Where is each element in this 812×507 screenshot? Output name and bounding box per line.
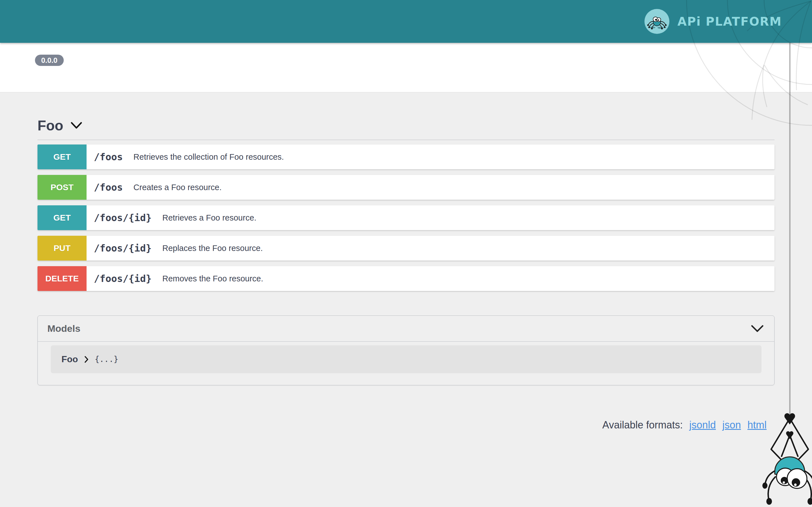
chevron-right-icon [84,356,89,363]
operation-row[interactable]: GET /foos Retrieves the collection of Fo… [38,145,774,169]
operation-row[interactable]: GET /foos/{id} Retrieves a Foo resource. [38,205,774,230]
version-badge: 0.0.0 [35,55,64,66]
method-badge: DELETE [38,266,87,291]
operation-path: /foos [94,151,123,163]
operation-description: Creates a Foo resource. [133,183,221,192]
logo-text: APi PLATFORM [677,15,782,29]
models-title: Models [47,323,80,334]
model-row-foo[interactable]: Foo {...} [51,345,762,373]
operation-path: /foos [94,182,123,193]
method-badge: GET [38,145,87,169]
formats-label: Available formats: [602,419,682,431]
chevron-down-icon [71,122,82,129]
operation-description: Removes the Foo resource. [162,274,263,283]
method-badge: PUT [38,236,87,261]
api-platform-logo[interactable]: APi PLATFORM [644,8,782,35]
operation-path: /foos/{id} [94,212,152,223]
operation-row[interactable]: PUT /foos/{id} Replaces the Foo resource… [38,236,774,261]
models-header[interactable]: Models [38,316,774,342]
operation-description: Replaces the Foo resource. [162,244,263,253]
operations-list: GET /foos Retrieves the collection of Fo… [38,145,774,291]
operation-description: Retrieves a Foo resource. [162,213,257,223]
operation-path: /foos/{id} [94,273,152,284]
models-body: Foo {...} [38,342,774,385]
model-preview: {...} [95,355,118,364]
available-formats: Available formats: jsonld json html [38,419,774,431]
main-content: Foo GET /foos Retrieves the collection o… [0,93,812,431]
format-link-html[interactable]: html [748,419,767,431]
format-link-json[interactable]: json [722,419,741,431]
method-badge: GET [38,205,87,230]
chevron-down-icon [751,325,763,332]
operation-description: Retrieves the collection of Foo resource… [133,152,284,162]
format-link-jsonld[interactable]: jsonld [689,419,716,431]
model-name: Foo [61,354,78,364]
tag-section-header-foo[interactable]: Foo [38,117,774,134]
top-bar: APi PLATFORM [0,0,812,43]
info-bar: 0.0.0 [0,43,812,93]
spider-mascot-icon [644,8,670,35]
operation-row[interactable]: POST /foos Creates a Foo resource. [38,175,774,200]
models-section: Models Foo {...} [38,316,774,385]
tag-title: Foo [38,117,63,134]
operation-path: /foos/{id} [94,242,152,254]
operation-row[interactable]: DELETE /foos/{id} Removes the Foo resour… [38,266,774,291]
method-badge: POST [38,175,87,200]
